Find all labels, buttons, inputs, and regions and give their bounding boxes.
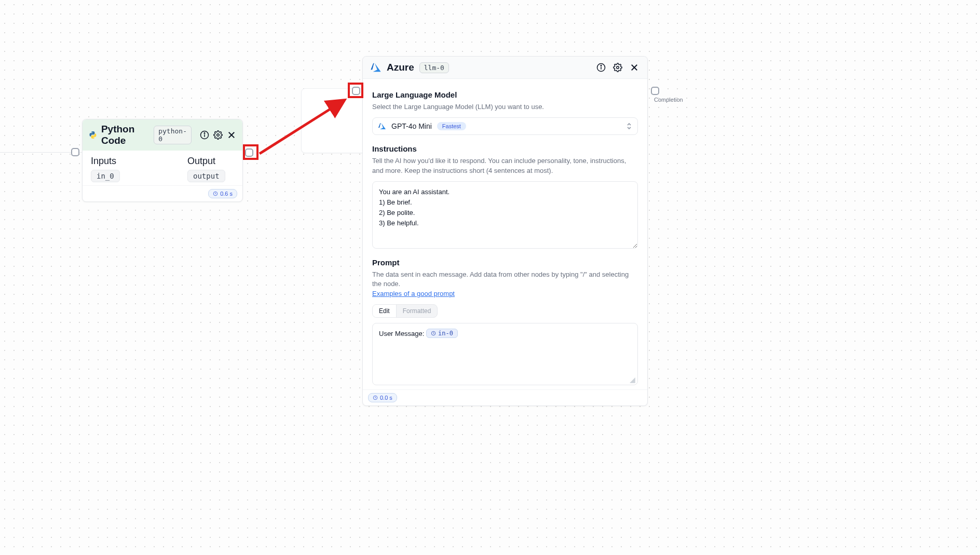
info-icon[interactable]: [200, 129, 209, 141]
instructions-help: Tell the AI how you'd like it to respond…: [372, 156, 638, 176]
canvas-floating-port[interactable]: [71, 148, 79, 156]
llm-section-help: Select the Large Language Model (LLM) yo…: [372, 102, 638, 112]
prompt-input[interactable]: User Message: in-0 ◢: [372, 323, 638, 385]
annotation-highlight-target: [348, 83, 363, 98]
clock-icon: [213, 191, 218, 196]
python-node-title: Python Code: [101, 124, 149, 146]
azure-exec-time-pill: 0.0 s: [368, 393, 397, 402]
segment-edit-button[interactable]: Edit: [373, 305, 397, 317]
instructions-input[interactable]: [372, 181, 638, 249]
model-name: GPT-4o Mini: [391, 122, 432, 130]
azure-node-body: Large Language Model Select the Large La…: [363, 79, 647, 389]
azure-node-title: Azure: [387, 62, 414, 73]
close-icon[interactable]: [227, 129, 236, 141]
azure-llm-node[interactable]: Azure llm-0 Large Language Model Select …: [362, 56, 648, 406]
input-port-chip[interactable]: in_0: [91, 170, 120, 182]
python-node-header: Python Code python-0: [83, 119, 242, 151]
gear-icon[interactable]: [213, 129, 223, 141]
python-node-id-chip: python-0: [154, 126, 192, 144]
instructions-title: Instructions: [372, 144, 638, 153]
azure-icon: [378, 122, 386, 130]
output-title: Output: [187, 156, 234, 167]
output-port-chip[interactable]: output: [187, 170, 225, 182]
azure-output-port-label: Completion: [654, 97, 683, 103]
clock-icon: [431, 331, 436, 336]
prompt-help: The data sent in each message. Add data …: [372, 270, 638, 300]
inputs-title: Inputs: [91, 156, 177, 167]
prompt-variable-chip[interactable]: in-0: [426, 329, 458, 338]
prompt-title: Prompt: [372, 258, 638, 267]
azure-output-port[interactable]: [651, 87, 659, 95]
clock-icon: [373, 395, 378, 400]
chevron-up-down-icon: [626, 122, 632, 130]
resize-handle-icon: ◢: [630, 375, 635, 384]
azure-node-header: Azure llm-0: [363, 57, 647, 79]
svg-point-10: [617, 66, 619, 69]
prompt-variable-name: in-0: [438, 330, 453, 337]
python-node-body: Inputs in_0 Output output: [83, 151, 242, 185]
model-select[interactable]: GPT-4o Mini Fastest: [372, 117, 638, 135]
python-exec-time: 0.6 s: [220, 191, 233, 197]
azure-node-id-chip: llm-0: [419, 62, 449, 73]
svg-point-2: [204, 133, 205, 134]
svg-point-3: [217, 134, 220, 137]
annotation-highlight-source: [243, 144, 258, 160]
azure-icon: [370, 62, 382, 73]
prompt-examples-link[interactable]: Examples of a good prompt: [372, 290, 455, 297]
python-icon: [89, 130, 97, 140]
azure-exec-time: 0.0 s: [380, 395, 392, 401]
prompt-help-text: The data sent in each message. Add data …: [372, 270, 629, 288]
prompt-mode-segment[interactable]: Edit Formatted: [372, 304, 438, 318]
gear-icon[interactable]: [612, 62, 623, 73]
model-speed-badge: Fastest: [437, 122, 466, 130]
close-icon[interactable]: [629, 62, 640, 73]
segment-formatted-button[interactable]: Formatted: [397, 305, 438, 317]
llm-section-title: Large Language Model: [372, 90, 638, 99]
info-icon[interactable]: [595, 62, 607, 73]
svg-point-9: [601, 65, 602, 66]
python-code-node[interactable]: Python Code python-0 Inputs in_0 Output …: [82, 119, 243, 202]
python-exec-time-pill: 0.6 s: [208, 189, 237, 198]
canvas-faint-edge: [0, 152, 82, 153]
user-message-label: User Message:: [379, 330, 424, 337]
